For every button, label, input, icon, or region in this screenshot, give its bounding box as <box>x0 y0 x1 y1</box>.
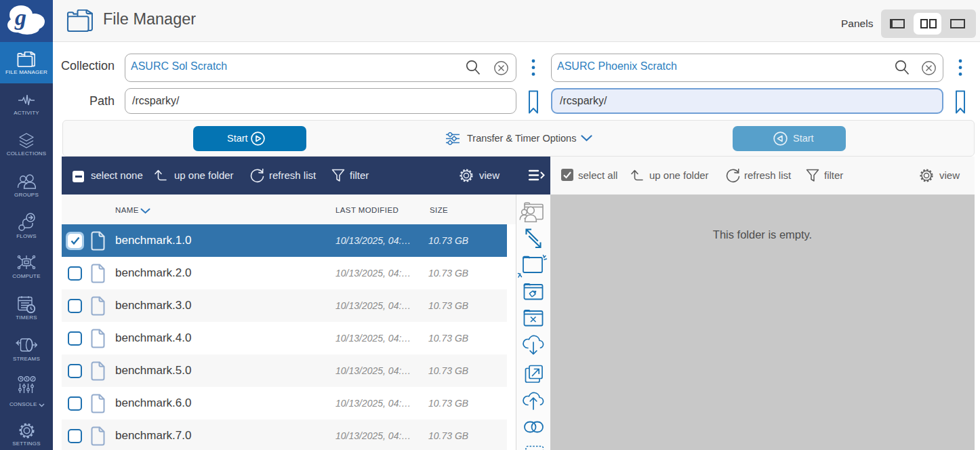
svg-text:g: g <box>14 5 26 30</box>
